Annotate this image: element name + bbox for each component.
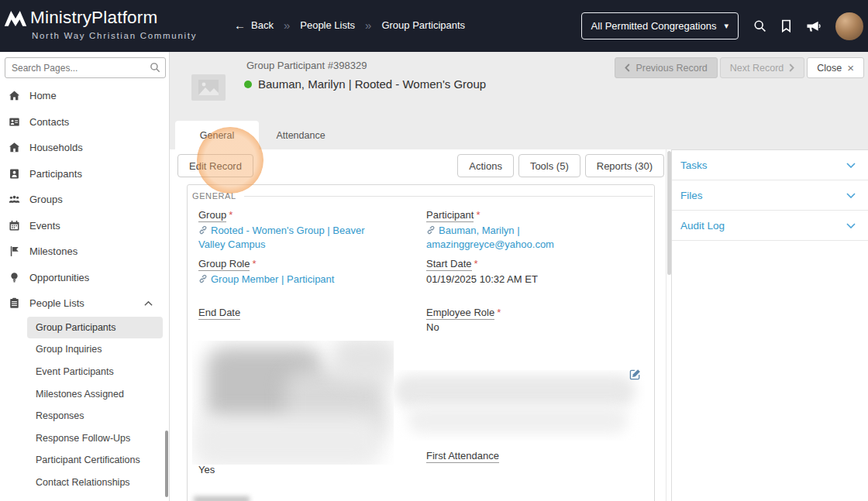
- group-field-label: Group*: [198, 209, 232, 221]
- search-pages-input[interactable]: [5, 57, 166, 78]
- audit-log-section-toggle[interactable]: Audit Log: [672, 211, 868, 241]
- sidebar-subitem-response-follow-ups[interactable]: Response Follow-Ups: [0, 427, 169, 449]
- general-section-card: GENERAL Group* Participant* Rooted - Wom…: [187, 184, 655, 501]
- previous-record-button[interactable]: Previous Record: [615, 57, 717, 78]
- record-header: Group Participant #398329 Bauman, Marily…: [170, 52, 868, 149]
- required-marker: *: [229, 209, 232, 221]
- close-record-button[interactable]: Close ×: [807, 57, 864, 78]
- sidebar-navigation: Home Contacts Households Participants Gr…: [0, 52, 170, 501]
- breadcrumb-people-lists[interactable]: People Lists: [300, 19, 355, 31]
- sidebar-item-contacts[interactable]: Contacts: [0, 109, 169, 136]
- redacted-photo-blur: [192, 341, 394, 465]
- sidebar-subitem-contact-relationships[interactable]: Contact Relationships: [0, 472, 169, 494]
- sidebar-subitem-label: Contact Relationships: [36, 477, 130, 488]
- sidebar-subitem-milestones-assigned[interactable]: Milestones Assigned: [0, 383, 169, 405]
- next-record-button[interactable]: Next Record: [720, 57, 804, 78]
- edit-record-button[interactable]: Edit Record: [177, 154, 253, 177]
- end-date-field-label: End Date: [198, 307, 240, 318]
- record-photo-placeholder[interactable]: [191, 74, 226, 101]
- sidebar-scrollbar[interactable]: [165, 431, 168, 497]
- top-header: MinistryPlatform North Way Christian Com…: [0, 0, 868, 52]
- redacted-field-value: Yes: [198, 463, 215, 476]
- tools-button[interactable]: Tools (5): [518, 154, 580, 177]
- required-marker: *: [474, 258, 478, 269]
- first-attendance-field-label: First Attendance: [426, 450, 499, 462]
- reports-button[interactable]: Reports (30): [585, 154, 664, 177]
- link-icon: [198, 225, 208, 238]
- sidebar-item-opportunities[interactable]: Opportunities: [0, 265, 169, 291]
- sidebar-item-people-lists[interactable]: People Lists: [0, 290, 169, 317]
- sidebar-item-events[interactable]: Events: [0, 213, 169, 239]
- chevron-down-icon: [846, 223, 856, 228]
- sidebar-item-groups[interactable]: Groups: [0, 187, 169, 213]
- user-avatar[interactable]: [835, 12, 863, 40]
- sidebar-subitem-group-participants[interactable]: Group Participants: [27, 317, 163, 339]
- congregation-selector[interactable]: All Permitted Congregations ▾: [581, 12, 739, 39]
- announcement-megaphone-icon[interactable]: [806, 19, 821, 33]
- search-icon[interactable]: [753, 19, 766, 33]
- contact-card-icon: [9, 116, 20, 128]
- breadcrumb-group-participants[interactable]: Group Participants: [381, 19, 465, 31]
- sidebar-subitem-label: Participant Certifications: [36, 455, 140, 465]
- required-marker: *: [476, 209, 480, 221]
- general-section-title: GENERAL: [192, 191, 236, 201]
- tab-general[interactable]: General: [175, 121, 259, 149]
- organization-name: North Way Christian Community: [32, 31, 197, 40]
- status-dot-icon: [244, 81, 252, 88]
- files-section-label: Files: [680, 190, 703, 201]
- close-x-icon: ×: [847, 61, 854, 74]
- actions-button[interactable]: Actions: [457, 154, 514, 177]
- sidebar-subitem-event-participants[interactable]: Event Participants: [0, 361, 169, 383]
- breadcrumb: ← Back » People Lists » Group Participan…: [234, 19, 465, 32]
- sidebar-subitem-label: Group Participants: [36, 322, 116, 333]
- sidebar-item-households[interactable]: Households: [0, 135, 169, 161]
- edit-field-icon[interactable]: [629, 369, 641, 383]
- participant-link[interactable]: Bauman, Marilyn | amazinggreyce@yahoo.co…: [426, 225, 554, 250]
- back-button[interactable]: ← Back: [234, 19, 274, 32]
- participant-field-value[interactable]: Bauman, Marilyn | amazinggreyce@yahoo.co…: [426, 224, 648, 251]
- chevron-right-icon: [789, 63, 794, 72]
- sidebar-subitem-group-inquiries[interactable]: Group Inquiries: [0, 338, 169, 361]
- sidebar-item-label: Home: [29, 90, 57, 101]
- page-search: [5, 57, 166, 78]
- record-id-heading: Group Participant #398329: [246, 60, 367, 71]
- group-role-link[interactable]: Group Member | Participant: [211, 273, 334, 285]
- sidebar-item-label: Groups: [29, 194, 63, 205]
- sidebar-subitem-responses[interactable]: Responses: [0, 405, 169, 427]
- sidebar-item-label: Households: [29, 142, 83, 153]
- chevron-down-icon: [846, 193, 856, 198]
- search-icon: [150, 62, 160, 76]
- main-content-scrollbar[interactable]: [666, 149, 671, 501]
- flag-icon: [9, 245, 20, 257]
- sidebar-subitem-label: Event Participants: [36, 366, 114, 377]
- tab-label: Attendance: [276, 130, 325, 141]
- files-section-toggle[interactable]: Files: [672, 180, 868, 211]
- cut-off-content-blur: [194, 496, 250, 501]
- group-role-field-label: Group Role*: [198, 258, 257, 269]
- clipboard-list-icon: [9, 297, 20, 309]
- tasks-section-toggle[interactable]: Tasks: [672, 150, 868, 180]
- sidebar-item-label: Events: [29, 220, 60, 232]
- breadcrumb-separator-icon: »: [365, 19, 371, 32]
- back-arrow-icon: ←: [234, 19, 246, 32]
- group-link[interactable]: Rooted - Women's Group | Beaver Valley C…: [198, 225, 365, 250]
- bookmark-icon[interactable]: [781, 19, 791, 33]
- link-icon: [198, 273, 208, 287]
- app-brand[interactable]: MinistryPlatform: [3, 5, 157, 30]
- sidebar-item-participants[interactable]: Participants: [0, 161, 169, 187]
- group-field-value[interactable]: Rooted - Women's Group | Beaver Valley C…: [198, 224, 394, 251]
- sidebar-item-label: Milestones: [29, 245, 78, 257]
- group-role-field-value[interactable]: Group Member | Participant: [198, 273, 408, 287]
- employee-role-field-value: No: [426, 321, 439, 334]
- app-name: MinistryPlatform: [30, 8, 157, 28]
- sidebar-item-home[interactable]: Home: [0, 83, 169, 109]
- sidebar-subitem-participant-certifications[interactable]: Participant Certifications: [0, 449, 169, 472]
- home-icon: [9, 90, 20, 101]
- previous-record-label: Previous Record: [636, 63, 707, 74]
- people-group-icon: [9, 194, 20, 205]
- start-date-field-label: Start Date*: [426, 258, 478, 269]
- tab-attendance[interactable]: Attendance: [259, 121, 343, 149]
- sidebar-item-milestones[interactable]: Milestones: [0, 238, 169, 265]
- next-record-label: Next Record: [730, 63, 784, 74]
- tab-label: General: [200, 130, 234, 141]
